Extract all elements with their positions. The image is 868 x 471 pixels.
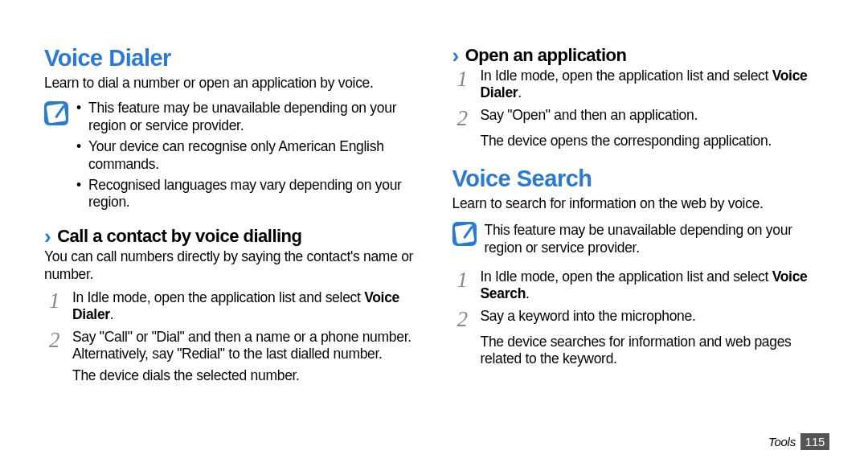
step-number: 1 (452, 268, 473, 303)
step-number: 1 (44, 289, 64, 324)
footer-section: Tools (768, 435, 796, 448)
left-column: Voice Dialer Learn to dial a number or o… (44, 45, 424, 390)
step-continuation: The device dials the selected number. (72, 367, 424, 384)
note-bullet: •Your device can recognise only American… (76, 138, 424, 174)
subheading-open-application: › Open an application (452, 45, 833, 66)
step-2: 2 Say "Call" or "Dial" and then a name o… (44, 329, 424, 363)
step-number: 2 (44, 329, 64, 363)
subheading-text: Call a contact by voice dialling (57, 226, 301, 247)
step-body: Say "Open" and then an application. (481, 107, 698, 128)
step-text: . (518, 84, 522, 100)
note-text: Recognised languages may vary depending … (88, 177, 424, 212)
page-footer: Tools 115 (768, 433, 829, 450)
chevron-right-icon: › (44, 226, 51, 247)
manual-page: Voice Dialer Learn to dial a number or o… (0, 0, 868, 414)
step-text: In Idle mode, open the application list … (481, 68, 772, 84)
step-2: 2 Say a keyword into the microphone. (452, 308, 833, 329)
step-number: 2 (452, 308, 473, 329)
note-bullet: •This feature may be unavailable dependi… (76, 100, 424, 135)
note-icon (452, 222, 477, 246)
step-body: Say a keyword into the microphone. (481, 308, 696, 329)
note-icon (44, 101, 68, 125)
step-1: 1 In Idle mode, open the application lis… (452, 68, 833, 102)
right-column: › Open an application 1 In Idle mode, op… (452, 45, 833, 390)
step-1: 1 In Idle mode, open the application lis… (44, 289, 424, 324)
chevron-right-icon: › (452, 45, 459, 66)
note-bullet-list: •This feature may be unavailable dependi… (76, 100, 424, 215)
note-box: This feature may be unavailable dependin… (452, 220, 833, 257)
lead-voice-search: Learn to search for information on the w… (452, 195, 833, 212)
subheading-call-contact: › Call a contact by voice dialling (44, 226, 424, 247)
step-body: In Idle mode, open the application list … (72, 289, 424, 324)
note-text: This feature may be unavailable dependin… (485, 220, 833, 257)
step-text: In Idle mode, open the application list … (72, 289, 364, 305)
step-text: . (110, 306, 114, 322)
lead-voice-dialer: Learn to dial a number or open an applic… (44, 75, 424, 92)
step-text: In Idle mode, open the application list … (481, 268, 772, 285)
step-1: 1 In Idle mode, open the application lis… (452, 268, 833, 303)
note-text: Your device can recognise only American … (88, 138, 424, 174)
note-bullet: •Recognised languages may vary depending… (76, 177, 424, 212)
heading-voice-search: Voice Search (452, 166, 833, 192)
note-text: This feature may be unavailable dependin… (88, 100, 424, 135)
footer-page-number: 115 (800, 433, 829, 450)
subheading-text: Open an application (465, 45, 627, 66)
step-body: In Idle mode, open the application list … (481, 68, 833, 102)
step-text: . (526, 285, 530, 301)
step-number: 1 (452, 68, 473, 102)
step-2: 2 Say "Open" and then an application. (452, 107, 833, 128)
step-body: In Idle mode, open the application list … (481, 268, 833, 303)
note-box: •This feature may be unavailable dependi… (44, 100, 424, 215)
step-continuation: The device searches for information and … (481, 334, 833, 368)
paragraph: You can call numbers directly by saying … (44, 248, 424, 283)
heading-voice-dialer: Voice Dialer (44, 45, 424, 72)
step-body: Say "Call" or "Dial" and then a name or … (72, 329, 424, 363)
step-continuation: The device opens the corresponding appli… (481, 133, 833, 149)
step-number: 2 (452, 107, 473, 128)
